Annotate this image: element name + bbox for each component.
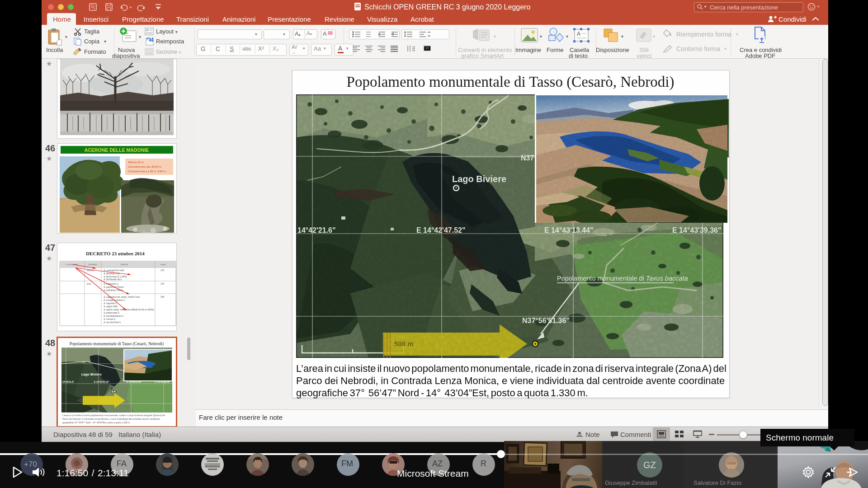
svg-text:A. cappadocicum subsp. lobelii: A. cappadocicum subsp. lobelii Gled. [103,296,140,298]
svg-text:A. rubrum L.: A. rubrum L. [103,318,116,320]
svg-text:250: 250 [160,269,164,272]
svg-text:Parco dei Nebrodi, in Contrada: Parco dei Nebrodi, in Contrada Lenza Mon… [62,418,160,420]
svg-text:A. japonicum Thunb.: A. japonicum Thunb. [103,286,124,288]
svg-text:Circonferenza max 36,50 m: Circonferenza max 36,50 m [128,165,161,168]
svg-text:A. pseudoplatanus L.: A. pseudoplatanus L. [103,314,124,317]
svg-text:L'area in cui insiste il nuovo: L'area in cui insiste il nuovo popolamen… [62,414,165,417]
svg-text:geografiche 37° 56'47" Nord -: geografiche 37° 56'47" Nord - 14° 43'04"… [62,422,131,424]
svg-text:CATEGORIE: CATEGORIE [66,263,78,266]
svg-text:A. saccharinum L.: A. saccharinum L. [103,321,122,324]
svg-text:A. platanoides L.: A. platanoides L. [103,311,120,314]
svg-text:Circonferenza a 1,30 m: 9,50 m: Circonferenza a 1,30 m: 9,50 m [128,170,166,173]
svg-text:A. opalus subsp. obtusatum (Wa: A. opalus subsp. obtusatum (Waldst & Kit… [103,308,154,311]
svg-text:Acer: Acer [86,282,92,285]
svg-text:CIRC.: CIRC. [160,263,166,266]
svg-text:ACERONE DELLE MADONIE: ACERONE DELLE MADONIE [85,147,149,153]
svg-text:A: A [577,31,580,37]
svg-text:Popolamento monumentale di Tas: Popolamento monumentale di Tasso (Cesarò… [70,342,164,347]
svg-text:A. opalus Mill.: A. opalus Mill. [103,305,118,308]
svg-text:SPECIE: SPECIE [121,263,128,266]
svg-text:A. floribunda Auct.: A. floribunda Auct. [103,278,122,281]
svg-text:A. negundo L.: A. negundo L. [103,302,117,305]
svg-text:14°42'21.6": 14°42'21.6" [62,381,75,383]
svg-text:DECRETO 23 ottobre 2014: DECRETO 23 ottobre 2014 [86,251,145,256]
svg-text:250: 250 [160,282,164,285]
svg-text:Lago Biviere: Lago Biviere [81,372,102,376]
svg-text:300: 300 [160,296,164,298]
svg-text:E 14°42'47.52": E 14°42'47.52" [94,381,109,383]
svg-text:AGRARIA: AGRARIA [205,465,220,468]
svg-text:Altezza 20 m: Altezza 20 m [128,161,144,164]
svg-text:GENERE: GENERE [88,263,97,266]
svg-text:A. cyanophylla Lindl.: A. cyanophylla Lindl. [103,269,124,272]
